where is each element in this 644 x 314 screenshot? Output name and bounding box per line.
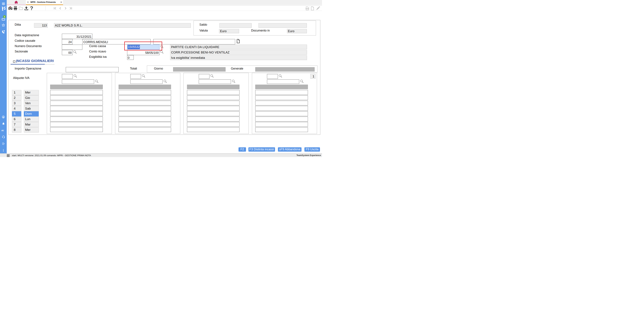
aliquota-amount-field[interactable] <box>187 117 240 121</box>
aliquota-amount-field[interactable] <box>50 117 103 121</box>
aliquota-code-search-icon[interactable] <box>142 74 146 78</box>
day-number-cell[interactable]: 1 <box>12 90 21 95</box>
aliquota-amount-field[interactable] <box>255 95 308 100</box>
day-number-cell[interactable]: 7 <box>12 122 21 127</box>
notifications-icon[interactable] <box>0 122 7 125</box>
print-icon[interactable] <box>14 6 18 10</box>
document-icon[interactable] <box>237 39 240 43</box>
aliquota-amount-field[interactable] <box>118 111 171 116</box>
aliquota-amount-field[interactable] <box>118 122 171 127</box>
aliquota-amount-field[interactable] <box>187 106 240 111</box>
aliquota-code-field[interactable] <box>267 74 278 79</box>
codice-causale-field[interactable]: 24 <box>62 39 72 44</box>
aliquota-desc-field[interactable] <box>130 79 162 84</box>
aliquota-desc-field[interactable] <box>199 79 231 84</box>
esigibilita-iva-field[interactable]: 0 <box>127 55 134 60</box>
tab-active[interactable]: MPRI - Gestione Primanota <box>26 0 63 4</box>
f2-button[interactable]: F2 <box>238 147 246 152</box>
day-number-cell[interactable]: 4 <box>12 106 21 111</box>
incassi-checkbox[interactable] <box>13 60 16 63</box>
day-number-cell[interactable]: 3 <box>12 101 21 106</box>
sezionale-field[interactable]: 00 <box>62 50 72 55</box>
saldo-field-1[interactable] <box>219 23 252 28</box>
aliquota-amount-field[interactable] <box>187 122 240 127</box>
aliquota-desc-search-icon[interactable] <box>164 80 167 83</box>
star-icon[interactable] <box>0 23 7 27</box>
aliquota-code-field[interactable] <box>130 74 141 79</box>
aliquota-amount-field[interactable] <box>118 106 171 111</box>
aliquota-amount-field[interactable] <box>187 90 240 95</box>
aliquota-amount-field[interactable] <box>255 127 308 132</box>
aliquota-amount-field[interactable] <box>187 95 240 100</box>
aliquota-amount-field[interactable] <box>50 122 103 127</box>
importo-operazione-field[interactable] <box>66 67 118 72</box>
aliquota-amount-field[interactable] <box>50 95 103 100</box>
valuta-field[interactable]: Euro <box>219 29 239 33</box>
aliquota-amount-field[interactable] <box>255 101 308 106</box>
day-number-cell[interactable]: 2 <box>12 95 21 100</box>
day-name-cell[interactable]: Mar <box>24 122 39 127</box>
menu-icon[interactable] <box>0 3 7 5</box>
ditta-code-field[interactable]: 113 <box>34 23 48 28</box>
aliquota-amount-field[interactable] <box>255 111 308 116</box>
aliquota-code-search-icon[interactable] <box>210 74 214 78</box>
aliquota-amount-field[interactable] <box>187 111 240 116</box>
day-name-cell[interactable]: Mer <box>24 90 39 95</box>
day-name-cell[interactable]: Lun <box>24 117 39 122</box>
teamsystem-logo-icon[interactable] <box>0 6 7 11</box>
aliquota-amount-field[interactable] <box>255 106 308 111</box>
aliquota-code-field[interactable] <box>199 74 210 79</box>
day-name-cell[interactable]: Dom <box>24 111 39 116</box>
day-name-cell[interactable]: Gio <box>24 95 39 100</box>
day-name-cell[interactable]: Mer <box>24 127 39 133</box>
aliquota-amount-field[interactable] <box>187 127 240 132</box>
aliquota-amount-field[interactable] <box>50 127 103 132</box>
aliquota-amount-field[interactable] <box>255 117 308 121</box>
tab-home[interactable] <box>7 0 26 4</box>
aliquota-amount-field[interactable] <box>255 122 308 127</box>
codice-causale-extra-field[interactable] <box>153 39 235 44</box>
conto-ricavo-field[interactable]: 58/05/100 <box>127 50 160 55</box>
day-number-cell[interactable]: 8 <box>12 127 21 133</box>
support-headset-icon[interactable] <box>0 136 7 138</box>
screenshot-camera-icon[interactable] <box>8 6 12 10</box>
day-name-cell[interactable]: Sab <box>24 106 39 111</box>
aliquota-desc-field[interactable] <box>267 79 299 84</box>
app-grid-icon[interactable] <box>7 154 10 157</box>
last-record-icon[interactable] <box>69 7 72 10</box>
upload-icon[interactable] <box>24 6 28 10</box>
aliquota-amount-field[interactable] <box>50 106 103 111</box>
aliquota-amount-field[interactable] <box>118 117 171 121</box>
folder-icon[interactable] <box>19 6 23 10</box>
aliquota-desc-field[interactable] <box>62 79 94 84</box>
aliquota-amount-field[interactable] <box>118 101 171 106</box>
aliquota-amount-field[interactable] <box>50 90 103 95</box>
data-registrazione-field[interactable]: 31/12/2021 <box>62 34 92 39</box>
phone-contact-icon[interactable] <box>0 30 7 34</box>
aliquota-code-search-icon[interactable] <box>279 74 282 78</box>
ditta-name-field[interactable]: A2Z WORLD S.R.L. <box>54 23 191 28</box>
aliquota-amount-field[interactable] <box>50 111 103 116</box>
favorite-star-icon[interactable] <box>27 1 29 3</box>
aliquota-amount-field[interactable] <box>187 101 240 106</box>
aliquota-desc-search-icon[interactable] <box>232 80 236 83</box>
logout-icon[interactable] <box>0 142 7 145</box>
saldo-field-2[interactable] <box>258 23 307 28</box>
ec-logo-icon[interactable]: ec <box>0 129 7 132</box>
edit-pencil-icon[interactable] <box>316 6 320 10</box>
more-options-icon[interactable] <box>0 149 7 152</box>
documento-in-field[interactable]: Euro <box>287 29 307 33</box>
new-document-icon[interactable] <box>311 6 314 10</box>
first-record-icon[interactable] <box>54 7 56 10</box>
aliquota-amount-field[interactable] <box>118 90 171 95</box>
numero-documento-field[interactable] <box>62 44 82 50</box>
day-number-cell[interactable]: 5 <box>12 111 21 116</box>
sezionale-search-icon[interactable] <box>73 50 77 54</box>
pdf-export-icon[interactable]: PDF <box>306 6 309 10</box>
tab-close-icon[interactable] <box>60 1 62 3</box>
next-record-icon[interactable] <box>64 7 67 10</box>
sf9-abbandona-button[interactable]: sF9 Abbandona <box>278 147 302 152</box>
aliquota-amount-field[interactable] <box>118 95 171 100</box>
day-number-cell[interactable]: 6 <box>12 117 21 122</box>
aliquota-amount-field[interactable] <box>118 127 171 132</box>
